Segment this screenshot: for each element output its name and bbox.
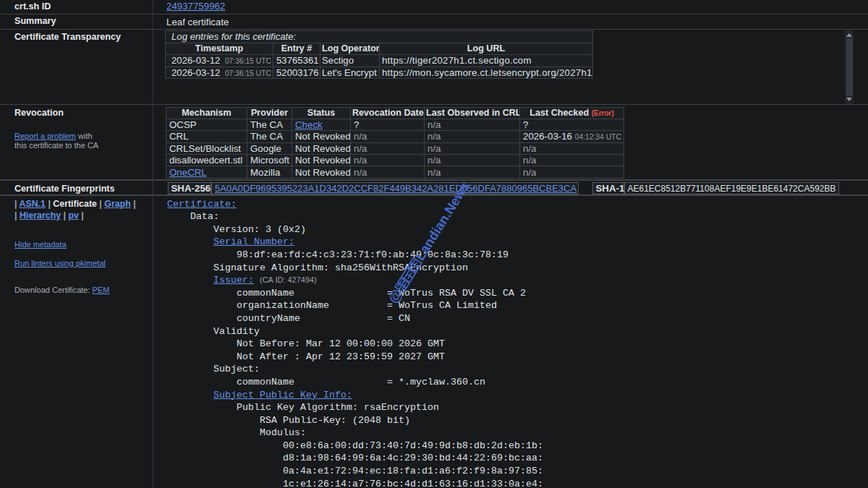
svg-text:Landian.News: Landian.News [412,179,472,263]
